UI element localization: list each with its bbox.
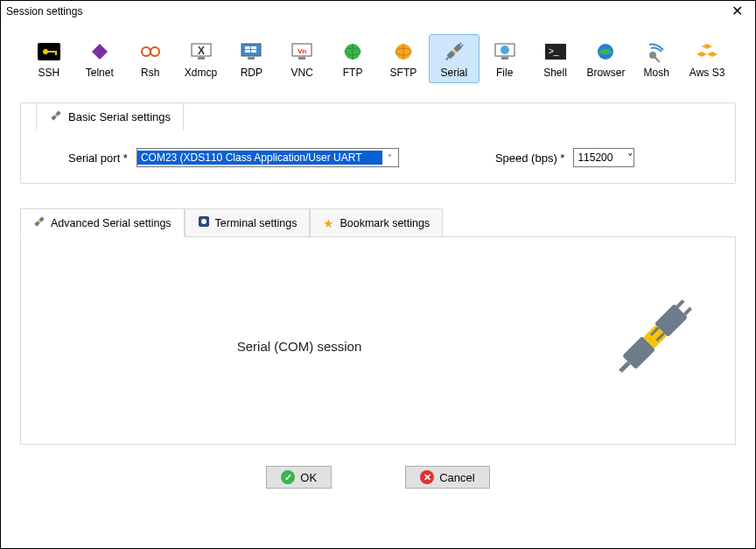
tab-advanced-serial[interactable]: Advanced Serial settings xyxy=(20,208,185,237)
cancel-button[interactable]: ✕ Cancel xyxy=(405,466,489,489)
basic-serial-fields: Serial port * COM23 (XDS110 Class Applic… xyxy=(37,148,719,167)
svg-rect-11 xyxy=(245,46,250,49)
tab-basic-serial[interactable]: Basic Serial settings xyxy=(36,102,184,131)
svg-rect-18 xyxy=(298,57,305,60)
terminal-icon: >_ xyxy=(545,40,566,63)
session-type-serial[interactable]: Serial xyxy=(429,34,480,83)
session-settings-window: Session settings ✕ SSH Telnet xyxy=(0,0,756,549)
svg-line-51 xyxy=(677,300,683,306)
cross-icon: ✕ xyxy=(420,470,434,484)
cubes-icon xyxy=(696,40,718,63)
session-type-label: SFTP xyxy=(390,67,417,79)
svg-line-29 xyxy=(446,57,449,60)
globe-orange-icon xyxy=(394,40,413,63)
session-type-label: FTP xyxy=(343,67,363,79)
serial-port-label: Serial port * xyxy=(68,151,128,165)
settings-tabs: Advanced Serial settings Terminal settin… xyxy=(20,208,736,236)
svg-line-54 xyxy=(620,362,629,371)
satellite-icon xyxy=(646,40,667,63)
session-type-label: Telnet xyxy=(86,67,114,79)
windows-monitor-icon xyxy=(240,40,262,63)
svg-point-32 xyxy=(500,46,509,54)
tab-terminal-settings[interactable]: Terminal settings xyxy=(185,208,311,236)
svg-marker-39 xyxy=(702,44,712,49)
session-type-label: RDP xyxy=(241,67,262,79)
svg-line-26 xyxy=(459,43,461,45)
serial-port-select[interactable]: COM23 (XDS110 Class Application/User UAR… xyxy=(136,148,399,167)
plug-icon xyxy=(443,40,466,63)
session-type-ssh[interactable]: SSH xyxy=(24,34,74,83)
window-title: Session settings xyxy=(6,5,82,18)
svg-marker-41 xyxy=(707,52,718,57)
svg-marker-4 xyxy=(92,44,108,60)
svg-line-27 xyxy=(461,45,463,46)
speed-value: 115200 xyxy=(574,151,627,165)
session-type-telnet[interactable]: Telnet xyxy=(74,34,125,83)
star-icon: ★ xyxy=(323,216,334,230)
session-type-shell[interactable]: >_ Shell xyxy=(530,34,581,83)
check-icon: ✓ xyxy=(281,470,295,484)
svg-text:Vn: Vn xyxy=(298,47,306,55)
close-icon[interactable]: ✕ xyxy=(726,4,748,18)
svg-text:X: X xyxy=(197,45,204,57)
svg-point-49 xyxy=(201,219,206,224)
globe-blue-icon xyxy=(596,40,615,63)
svg-text:>_: >_ xyxy=(549,46,559,56)
x-monitor-icon: X xyxy=(190,40,213,63)
session-type-label: Shell xyxy=(543,67,567,79)
globe-monitor-icon xyxy=(494,40,516,63)
svg-line-52 xyxy=(684,308,690,314)
svg-point-6 xyxy=(150,47,159,56)
session-type-label: Mosh xyxy=(644,67,669,79)
tab-label: Terminal settings xyxy=(215,217,298,229)
session-type-sftp[interactable]: SFTP xyxy=(378,34,429,83)
button-label: Cancel xyxy=(439,471,474,484)
session-type-rdp[interactable]: RDP xyxy=(226,34,276,83)
session-type-label: Xdmcp xyxy=(185,67,217,79)
chevron-down-icon: ˅ xyxy=(627,151,634,165)
session-type-xdmcp[interactable]: X Xdmcp xyxy=(176,34,227,83)
svg-rect-13 xyxy=(245,50,250,53)
session-type-mosh[interactable]: Mosh xyxy=(631,34,682,83)
tab-label: Bookmark settings xyxy=(340,217,430,229)
link-icon xyxy=(140,40,161,63)
session-type-label: SSH xyxy=(38,67,60,79)
speed-select[interactable]: 115200 ˅ xyxy=(573,148,634,167)
session-type-label: Aws S3 xyxy=(690,67,724,79)
chevron-down-icon: ˅ xyxy=(382,153,398,163)
titlebar: Session settings ✕ xyxy=(1,1,755,22)
svg-rect-12 xyxy=(251,46,256,49)
session-type-file[interactable]: File xyxy=(480,34,530,83)
svg-point-1 xyxy=(43,49,48,54)
gear-icon xyxy=(198,215,210,230)
svg-line-38 xyxy=(654,57,660,62)
serial-port-value: COM23 (XDS110 Class Application/User UAR… xyxy=(137,151,382,165)
vnc-monitor-icon: Vn xyxy=(290,40,313,63)
speed-label: Speed (bps) * xyxy=(495,151,565,165)
session-type-row: SSH Telnet Rsh X Xdmcp xyxy=(20,34,736,83)
dialog-buttons: ✓ OK ✕ Cancel xyxy=(20,466,736,489)
svg-rect-14 xyxy=(251,50,256,53)
ok-button[interactable]: ✓ OK xyxy=(266,466,332,489)
svg-rect-33 xyxy=(501,57,508,60)
svg-marker-40 xyxy=(696,52,707,57)
tab-label: Advanced Serial settings xyxy=(51,217,172,229)
session-type-label: Serial xyxy=(440,67,467,79)
tab-label: Basic Serial settings xyxy=(68,110,171,123)
session-type-ftp[interactable]: FTP xyxy=(327,34,378,83)
tab-bookmark-settings[interactable]: ★ Bookmark settings xyxy=(310,208,443,236)
svg-point-5 xyxy=(142,47,150,56)
session-type-rsh[interactable]: Rsh xyxy=(125,34,176,83)
plug-icon xyxy=(33,215,46,230)
session-type-label: Browser xyxy=(586,67,625,79)
svg-rect-9 xyxy=(198,57,205,60)
session-type-browser[interactable]: Browser xyxy=(580,34,631,83)
session-type-awss3[interactable]: Aws S3 xyxy=(682,34,732,83)
session-type-label: VNC xyxy=(291,67,313,79)
session-type-vnc[interactable]: Vn VNC xyxy=(276,34,327,83)
advanced-panel: Serial (COM) session xyxy=(20,236,736,445)
session-type-label: Rsh xyxy=(141,67,159,79)
plug-large-icon xyxy=(604,292,700,391)
key-icon xyxy=(38,40,60,63)
button-label: OK xyxy=(300,471,317,484)
